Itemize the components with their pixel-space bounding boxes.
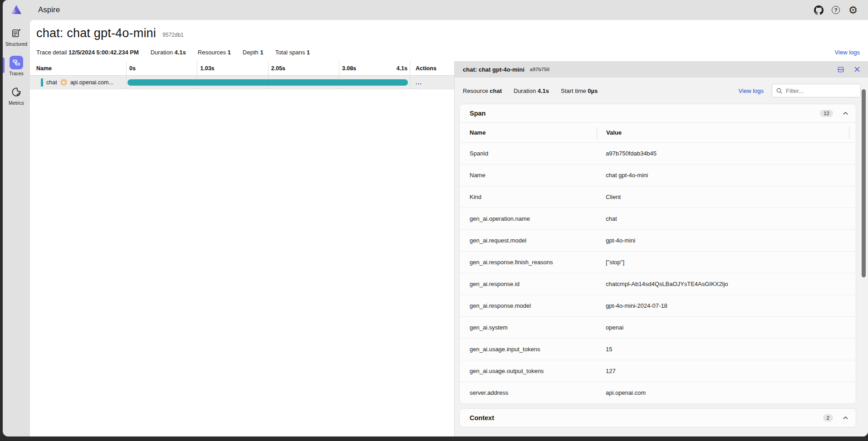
trace-depth: Depth 1	[243, 49, 264, 56]
left-nav-rail: Structured Traces	[3, 20, 30, 436]
search-icon	[776, 87, 783, 94]
span-duration-bar	[128, 79, 408, 86]
header-actions: ? ⚙	[814, 5, 868, 15]
span-target-name: api.openai.com...	[70, 79, 113, 86]
waterfall-header: Name 0s 1.03s 2.05s 3.08s 4.1s Actions	[30, 61, 454, 76]
panel-start-time: Start time 0µs	[561, 87, 598, 94]
detail-panel-header: chat: chat gpt-4o-mini a97b750	[455, 61, 868, 78]
span-detail-panel: chat: chat gpt-4o-mini a97b750 Re	[455, 61, 868, 436]
detail-panel-toolbar: Resource chat Duration 4.1s Start time 0…	[455, 78, 868, 104]
trace-resources: Resources 1	[198, 49, 231, 56]
span-resource-name: chat	[46, 79, 57, 86]
page-title: chat: chat gpt-4o-mini	[36, 26, 156, 40]
property-row[interactable]: gen_ai.systemopenai	[460, 316, 856, 338]
panel-duration: Duration 4.1s	[514, 87, 549, 94]
sidebar-item-metrics[interactable]: Metrics	[3, 83, 30, 107]
waterfall-empty-area	[30, 89, 454, 436]
traces-icon	[10, 56, 23, 69]
span-id-badge: a97b750	[530, 67, 549, 72]
filter-input[interactable]	[786, 87, 857, 94]
property-row[interactable]: KindClient	[460, 186, 856, 208]
property-row[interactable]: Namechat gpt-4o-mini	[460, 164, 856, 186]
context-count-badge: 2	[823, 414, 833, 422]
tick-label: 2.05s	[271, 65, 285, 72]
span-color-marker	[41, 78, 43, 87]
sidebar-item-label: Metrics	[9, 100, 24, 106]
context-section-title: Context	[470, 414, 494, 422]
column-separator	[849, 127, 849, 139]
span-section-card: Span 12 Name Value	[459, 104, 856, 404]
row-actions-more-button[interactable]: ...	[416, 79, 422, 86]
settings-gear-icon[interactable]: ⚙	[848, 5, 858, 15]
property-row[interactable]: gen_ai.usage.output_tokens127	[460, 360, 856, 382]
property-row[interactable]: gen_ai.response.finish_reasons["stop"]	[460, 251, 856, 273]
metrics-icon	[10, 85, 23, 99]
github-icon[interactable]	[814, 5, 824, 15]
context-section-card: Context 2	[459, 408, 856, 427]
trace-duration: Duration 4.1s	[151, 49, 186, 56]
property-row[interactable]: server.addressapi.openai.com	[460, 382, 856, 403]
active-nav-indicator	[3, 58, 5, 73]
sidebar-item-label: Structured	[5, 41, 27, 47]
filter-box	[772, 84, 861, 97]
property-row[interactable]: gen_ai.usage.input_tokens15	[460, 338, 856, 360]
context-section-header[interactable]: Context 2	[460, 409, 856, 427]
property-row[interactable]: gen_ai.request.modelgpt-4o-mini	[460, 229, 856, 251]
trace-waterfall: Name 0s 1.03s 2.05s 3.08s 4.1s Actions	[30, 61, 454, 436]
aspire-logo	[3, 4, 30, 16]
column-header-name: Name	[30, 61, 126, 75]
sidebar-item-label: Traces	[9, 71, 24, 76]
app-header: Aspire ? ⚙	[3, 0, 868, 20]
sidebar-item-traces[interactable]: Traces	[3, 54, 30, 78]
outgoing-call-icon	[60, 79, 67, 86]
property-row[interactable]: gen_ai.response.modelgpt-4o-mini-2024-07…	[460, 295, 856, 316]
panel-scroll-area: Span 12 Name Value	[455, 104, 868, 436]
trace-detail-timestamp: Trace detail 12/5/2024 5:00:42.234 PM	[36, 49, 139, 56]
column-header-name: Name	[460, 129, 597, 136]
main-content: chat: chat gpt-4o-mini 9572db1 Trace det…	[30, 20, 868, 436]
trace-detail-toolbar: Trace detail 12/5/2024 5:00:42.234 PM Du…	[30, 43, 868, 61]
trace-span-row[interactable]: chat api.openai.com... ...	[30, 76, 454, 89]
panel-scrollbar[interactable]	[862, 89, 866, 277]
panel-resource: Resource chat	[463, 87, 502, 94]
tick-label-end: 4.1s	[397, 61, 407, 75]
structured-logs-icon	[10, 26, 23, 40]
view-logs-link[interactable]: View logs	[835, 49, 860, 56]
panel-view-logs-link[interactable]: View logs	[739, 87, 764, 94]
property-row[interactable]: SpanIda97b750fdab34b45	[460, 142, 856, 164]
property-row[interactable]: gen_ai.operation.namechat	[460, 208, 856, 229]
chevron-up-icon[interactable]	[841, 109, 849, 117]
span-section-header[interactable]: Span 12	[460, 104, 856, 122]
timeline-axis: 0s 1.03s 2.05s 3.08s 4.1s	[126, 61, 410, 75]
chevron-up-icon[interactable]	[841, 414, 849, 422]
column-header-value: Value	[597, 129, 849, 136]
app-window: Aspire ? ⚙ Structured	[3, 0, 868, 436]
column-header-actions: Actions	[410, 61, 454, 75]
help-icon[interactable]: ?	[831, 5, 841, 15]
trace-total-spans: Total spans 1	[275, 49, 310, 56]
split-panel-icon[interactable]	[837, 66, 844, 73]
app-title: Aspire	[38, 5, 60, 15]
detail-panel-title: chat: chat gpt-4o-mini	[463, 66, 525, 73]
tick-label: 0s	[129, 65, 136, 72]
span-section-title: Span	[470, 110, 485, 117]
close-icon[interactable]	[853, 66, 861, 73]
tick-label: 3.08s	[342, 65, 356, 72]
property-row[interactable]: gen_ai.response.idchatcmpl-Ab14sd4QsLBaO…	[460, 273, 856, 295]
span-count-badge: 12	[820, 110, 833, 117]
property-table-header: Name Value	[460, 122, 856, 142]
tick-label: 1.03s	[200, 65, 214, 72]
sidebar-item-structured[interactable]: Structured	[3, 24, 30, 48]
trace-id-badge: 9572db1	[162, 32, 184, 38]
